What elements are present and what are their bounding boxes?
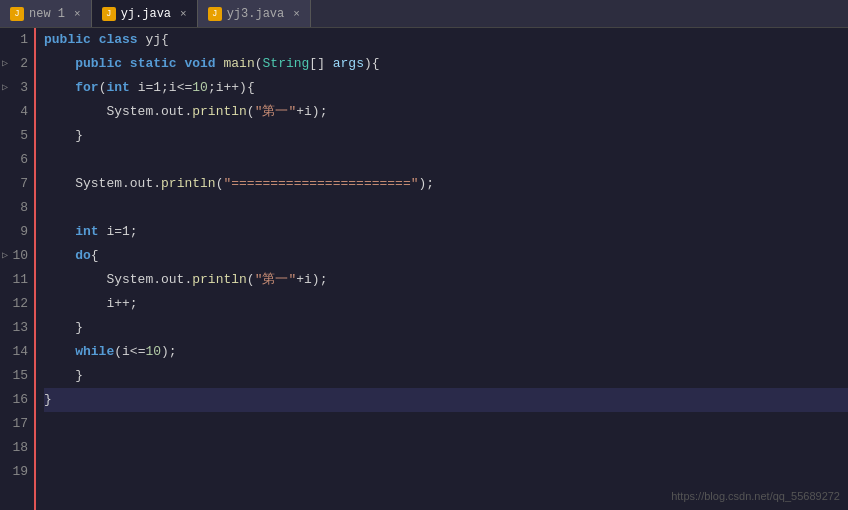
code-line-7: System.out.println("====================…: [44, 172, 848, 196]
tab-bar: Jnew 1×Jyj.java×Jyj3.java×: [0, 0, 848, 28]
tab-close-new1[interactable]: ×: [74, 8, 81, 20]
line-number-15: 15: [0, 364, 34, 388]
code-line-14: while(i<=10);: [44, 340, 848, 364]
code-line-3: for(int i=1;i<=10;i++){: [44, 76, 848, 100]
token: }: [44, 124, 83, 148]
code-line-18: [44, 436, 848, 460]
token: System.out.: [44, 268, 192, 292]
token: main: [224, 52, 255, 76]
token: }: [44, 316, 83, 340]
tab-yj3[interactable]: Jyj3.java×: [198, 0, 311, 27]
token: {: [91, 244, 99, 268]
token: (: [216, 172, 224, 196]
code-line-4: System.out.println("第一"+i);: [44, 100, 848, 124]
line-number-19: 19: [0, 460, 34, 484]
token: }: [44, 364, 83, 388]
token: args: [333, 52, 364, 76]
line-number-17: 17: [0, 412, 34, 436]
token: class: [99, 28, 138, 52]
token: );: [419, 172, 435, 196]
token: ;i++){: [208, 76, 255, 100]
token: [216, 52, 224, 76]
token: do: [75, 244, 91, 268]
tab-yj[interactable]: Jyj.java×: [92, 0, 198, 27]
token: while: [75, 340, 114, 364]
token: int: [75, 220, 98, 244]
token: println: [161, 172, 216, 196]
line-number-8: 8: [0, 196, 34, 220]
token: ){: [364, 52, 380, 76]
token: i=1;: [99, 220, 138, 244]
token: "=======================": [223, 172, 418, 196]
line-number-11: 11: [0, 268, 34, 292]
token: (: [255, 52, 263, 76]
tab-icon-yj: J: [102, 7, 116, 21]
token: +i);: [296, 100, 327, 124]
token: (: [99, 76, 107, 100]
line-number-6: 6: [0, 148, 34, 172]
line-number-5: 5: [0, 124, 34, 148]
line-number-12: 12: [0, 292, 34, 316]
code-line-11: System.out.println("第一"+i);: [44, 268, 848, 292]
token: []: [309, 52, 332, 76]
token: [44, 340, 75, 364]
code-area: public class yj{ public static void main…: [36, 28, 848, 510]
token: [44, 220, 75, 244]
line-number-10: 10: [0, 244, 34, 268]
token: String: [263, 52, 310, 76]
token: for: [75, 76, 98, 100]
token: (: [247, 268, 255, 292]
tab-close-yj[interactable]: ×: [180, 8, 187, 20]
line-number-7: 7: [0, 172, 34, 196]
line-number-9: 9: [0, 220, 34, 244]
code-line-6: [44, 148, 848, 172]
token: i=1;i<=: [130, 76, 192, 100]
token: "第一": [255, 100, 297, 124]
token: (: [247, 100, 255, 124]
token: 10: [192, 76, 208, 100]
line-number-3: 3: [0, 76, 34, 100]
token: public: [75, 52, 122, 76]
token: println: [192, 100, 247, 124]
token: [177, 52, 185, 76]
line-number-16: 16: [0, 388, 34, 412]
code-line-5: }: [44, 124, 848, 148]
token: println: [192, 268, 247, 292]
editor: 12345678910111213141516171819 public cla…: [0, 28, 848, 510]
token: "第一": [255, 268, 297, 292]
token: 10: [145, 340, 161, 364]
code-line-10: do{: [44, 244, 848, 268]
token: [122, 52, 130, 76]
tab-label-yj: yj.java: [121, 7, 171, 21]
code-line-9: int i=1;: [44, 220, 848, 244]
line-number-2: 2: [0, 52, 34, 76]
code-line-17: [44, 412, 848, 436]
code-line-1: public class yj{: [44, 28, 848, 52]
token: [44, 244, 75, 268]
token: );: [161, 340, 177, 364]
token: [44, 76, 75, 100]
line-number-13: 13: [0, 316, 34, 340]
token: (i<=: [114, 340, 145, 364]
token: yj{: [138, 28, 169, 52]
token: void: [184, 52, 215, 76]
code-line-16: }: [44, 388, 848, 412]
tab-new1[interactable]: Jnew 1×: [0, 0, 92, 27]
line-numbers: 12345678910111213141516171819: [0, 28, 36, 510]
tab-label-new1: new 1: [29, 7, 65, 21]
token: i++;: [44, 292, 138, 316]
tab-close-yj3[interactable]: ×: [293, 8, 300, 20]
token: int: [106, 76, 129, 100]
token: public: [44, 28, 91, 52]
code-line-12: i++;: [44, 292, 848, 316]
code-line-15: }: [44, 364, 848, 388]
line-number-14: 14: [0, 340, 34, 364]
token: System.out.: [44, 100, 192, 124]
tab-label-yj3: yj3.java: [227, 7, 285, 21]
token: +i);: [296, 268, 327, 292]
code-line-8: [44, 196, 848, 220]
line-number-4: 4: [0, 100, 34, 124]
token: }: [44, 388, 52, 412]
token: [91, 28, 99, 52]
watermark: https://blog.csdn.net/qq_55689272: [671, 490, 840, 502]
